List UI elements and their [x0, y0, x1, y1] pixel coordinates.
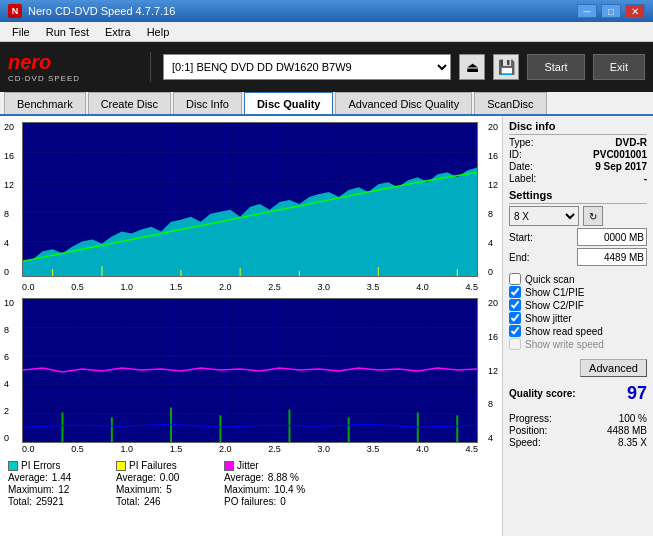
- tab-scan-disc[interactable]: ScanDisc: [474, 92, 546, 114]
- lower-chart-svg: [23, 299, 477, 442]
- disc-date-value: 9 Sep 2017: [595, 161, 647, 172]
- lower-chart-y-left: 10 8 6 4 2 0: [4, 298, 14, 443]
- disc-type-value: DVD-R: [615, 137, 647, 148]
- advanced-btn-container: Advanced: [509, 355, 647, 377]
- minimize-button[interactable]: ─: [577, 4, 597, 18]
- pi-failures-avg-value: 0.00: [160, 472, 179, 483]
- tab-advanced-disc-quality[interactable]: Advanced Disc Quality: [335, 92, 472, 114]
- disc-label-label: Label:: [509, 173, 536, 184]
- pi-errors-label: PI Errors: [21, 460, 60, 471]
- upper-chart-x-axis: 0.00.51.01.52.02.53.03.54.04.5: [4, 281, 498, 292]
- save-button[interactable]: 💾: [493, 54, 519, 80]
- jitter-color: [224, 461, 234, 471]
- quick-scan-checkbox[interactable]: [509, 273, 521, 285]
- pi-failures-max-label: Maximum:: [116, 484, 162, 495]
- write-speed-label: Show write speed: [525, 339, 604, 350]
- jitter-checkbox-label: Show jitter: [525, 313, 572, 324]
- pi-errors-total-label: Total:: [8, 496, 32, 507]
- chart-area: 20 16 12 8 4 0 20 16 12 8 4 0 0.00.51.01…: [0, 116, 503, 536]
- eject-button[interactable]: ⏏: [459, 54, 485, 80]
- disc-label-row: Label: -: [509, 173, 647, 184]
- tab-disc-quality[interactable]: Disc Quality: [244, 92, 334, 114]
- c2-pif-checkbox[interactable]: [509, 299, 521, 311]
- speed-select[interactable]: 8 X: [509, 206, 579, 226]
- tab-benchmark[interactable]: Benchmark: [4, 92, 86, 114]
- end-input[interactable]: [577, 248, 647, 266]
- disc-info-section: Disc info Type: DVD-R ID: PVC001001 Date…: [509, 120, 647, 185]
- app-icon: N: [8, 4, 22, 18]
- menu-run-test[interactable]: Run Test: [38, 24, 97, 40]
- pi-errors-max-label: Maximum:: [8, 484, 54, 495]
- write-speed-row: Show write speed: [509, 338, 647, 350]
- drive-select[interactable]: [0:1] BENQ DVD DD DW1620 B7W9: [163, 54, 451, 80]
- quick-scan-label: Quick scan: [525, 274, 574, 285]
- disc-id-value: PVC001001: [593, 149, 647, 160]
- menu-file[interactable]: File: [4, 24, 38, 40]
- pi-failures-avg-label: Average:: [116, 472, 156, 483]
- write-speed-checkbox[interactable]: [509, 338, 521, 350]
- progress-section: Progress: 100 % Position: 4488 MB Speed:…: [509, 412, 647, 449]
- c1-pie-row: Show C1/PIE: [509, 286, 647, 298]
- pi-failures-stats: PI Failures Average: 0.00 Maximum: 5 Tot…: [116, 460, 216, 507]
- disc-label-value: -: [644, 173, 647, 184]
- lower-chart: [22, 298, 478, 443]
- jitter-checkbox[interactable]: [509, 312, 521, 324]
- close-button[interactable]: ✕: [625, 4, 645, 18]
- end-row: End:: [509, 248, 647, 266]
- exit-button[interactable]: Exit: [593, 54, 645, 80]
- tab-create-disc[interactable]: Create Disc: [88, 92, 171, 114]
- checkboxes-section: Quick scan Show C1/PIE Show C2/PIF Show …: [509, 272, 647, 351]
- disc-date-label: Date:: [509, 161, 533, 172]
- jitter-max-label: Maximum:: [224, 484, 270, 495]
- menu-bar: File Run Test Extra Help: [0, 22, 653, 42]
- settings-section: Settings 8 X ↻ Start: End:: [509, 189, 647, 268]
- read-speed-label: Show read speed: [525, 326, 603, 337]
- nero-logo-text: nero: [8, 52, 51, 72]
- start-input[interactable]: [577, 228, 647, 246]
- start-button[interactable]: Start: [527, 54, 584, 80]
- pi-errors-total-value: 25921: [36, 496, 64, 507]
- quality-score-value: 97: [627, 383, 647, 404]
- pi-errors-stats: PI Errors Average: 1.44 Maximum: 12 Tota…: [8, 460, 108, 507]
- settings-refresh-button[interactable]: ↻: [583, 206, 603, 226]
- c2-pif-row: Show C2/PIF: [509, 299, 647, 311]
- toolbar-separator: [150, 52, 151, 82]
- upper-chart-y-left: 20 16 12 8 4 0: [4, 122, 14, 277]
- pi-failures-color: [116, 461, 126, 471]
- settings-title: Settings: [509, 189, 647, 204]
- app-title: Nero CD-DVD Speed 4.7.7.16: [28, 5, 175, 17]
- maximize-button[interactable]: □: [601, 4, 621, 18]
- toolbar: nero CD·DVD SPEED [0:1] BENQ DVD DD DW16…: [0, 42, 653, 92]
- disc-type-label: Type:: [509, 137, 533, 148]
- po-failures-value: 0: [280, 496, 286, 507]
- tab-disc-info[interactable]: Disc Info: [173, 92, 242, 114]
- main-content: 20 16 12 8 4 0 20 16 12 8 4 0 0.00.51.01…: [0, 116, 653, 536]
- read-speed-checkbox[interactable]: [509, 325, 521, 337]
- end-label: End:: [509, 252, 530, 263]
- c1-pie-checkbox[interactable]: [509, 286, 521, 298]
- speed-label: Speed:: [509, 437, 541, 448]
- progress-row: Progress: 100 %: [509, 413, 647, 424]
- upper-chart-svg: [23, 123, 477, 276]
- pi-errors-avg-label: Average:: [8, 472, 48, 483]
- pi-errors-avg-value: 1.44: [52, 472, 71, 483]
- start-row: Start:: [509, 228, 647, 246]
- jitter-avg-value: 8.88 %: [268, 472, 299, 483]
- stats-legend: PI Errors Average: 1.44 Maximum: 12 Tota…: [4, 460, 498, 507]
- po-failures-label: PO failures:: [224, 496, 276, 507]
- advanced-button[interactable]: Advanced: [580, 359, 647, 377]
- right-panel: Disc info Type: DVD-R ID: PVC001001 Date…: [503, 116, 653, 536]
- disc-info-title: Disc info: [509, 120, 647, 135]
- progress-label: Progress:: [509, 413, 552, 424]
- position-row: Position: 4488 MB: [509, 425, 647, 436]
- read-speed-row: Show read speed: [509, 325, 647, 337]
- menu-help[interactable]: Help: [139, 24, 178, 40]
- menu-extra[interactable]: Extra: [97, 24, 139, 40]
- upper-chart-y-right: 20 16 12 8 4 0: [488, 122, 498, 277]
- c1-pie-label: Show C1/PIE: [525, 287, 584, 298]
- quick-scan-row: Quick scan: [509, 273, 647, 285]
- jitter-avg-label: Average:: [224, 472, 264, 483]
- quality-score-label: Quality score:: [509, 388, 576, 399]
- pi-errors-max-value: 12: [58, 484, 69, 495]
- pi-failures-total-value: 246: [144, 496, 161, 507]
